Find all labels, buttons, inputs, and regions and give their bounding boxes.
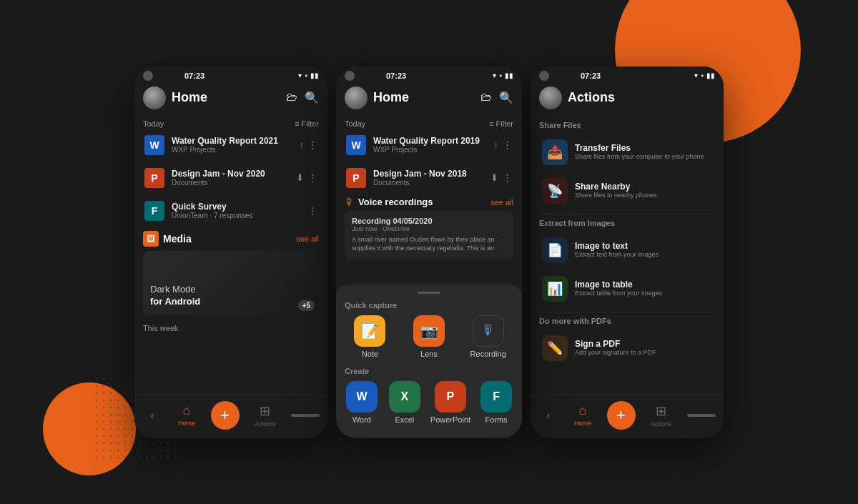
nav-pill-3 [687, 414, 716, 417]
file-item-p2-1[interactable]: W Water Quality Report 2019 WXP Projects… [342, 129, 516, 161]
filter-icon-1: ≡ [295, 119, 299, 128]
battery-icon-3: ▮▮ [706, 71, 715, 79]
recording-item[interactable]: Recording 04/05/2020 Just now · OneDrive… [345, 211, 513, 259]
time-2: 07:23 [386, 71, 406, 80]
share-nearby-item[interactable]: 📡 Share Nearby Share files to nearby pho… [538, 172, 716, 209]
sheet-item-note[interactable]: 📝 Note [345, 315, 395, 358]
header-icons-1: 🗁 🔍 [286, 91, 319, 104]
file-item-2[interactable]: P Design Jam - Nov 2020 Documents ⬇ ⋮ [140, 162, 322, 194]
actions-section: Share Files 📤 Transfer Files Share files… [531, 115, 724, 395]
quick-capture-title: Quick capture [345, 301, 513, 310]
file-item-p2-2[interactable]: P Design Jam - Nov 2018 Documents ⬇ ⋮ [342, 162, 516, 194]
avatar-3 [539, 87, 562, 109]
avatar-image-3 [539, 87, 562, 109]
spacer-1 [134, 335, 327, 395]
img-to-table-title: Image to table [575, 280, 712, 290]
action-icon-p2-1[interactable]: ↑ [494, 139, 499, 150]
recording-icon: 🎙 [473, 315, 504, 347]
media-icon: 🖼 [143, 231, 159, 247]
sheet-item-powerpoint[interactable]: P PowerPoint [430, 381, 470, 424]
nav-actions-3[interactable]: ⊞ Actions [651, 403, 672, 428]
forms-icon-1: F [144, 201, 164, 221]
wifi-icon: ▾ [298, 71, 302, 79]
signal-icon [143, 71, 153, 81]
note-label: Note [362, 350, 378, 358]
more-icon-2[interactable]: ⋮ [308, 172, 317, 183]
divider-1 [538, 214, 716, 214]
file-sub-1: WXP Projects [172, 146, 292, 154]
filter-btn-1[interactable]: ≡ Filter [295, 119, 319, 128]
sign-pdf-item[interactable]: ✏️ Sign a PDF Add your signature to a PD… [538, 330, 716, 367]
sheet-item-forms[interactable]: F Forms [479, 381, 513, 424]
battery-icon: ▮▮ [310, 71, 319, 79]
more-icon-p2-1[interactable]: ⋮ [503, 139, 512, 150]
ppt-icon-2: P [346, 168, 366, 188]
avatar-2 [345, 87, 368, 109]
divider-2 [538, 312, 716, 312]
file-sub-2: Documents [172, 179, 289, 187]
recording-text: A small river named Duden flows by their… [352, 235, 506, 253]
bottom-sheet: Quick capture 📝 Note 📷 Lens 🎙 [336, 285, 522, 438]
sheet-item-word[interactable]: W Word [345, 381, 379, 424]
word-sheet-icon: W [346, 381, 378, 412]
bottom-nav-3: ‹ ⌂ Home + ⊞ Actions [531, 395, 724, 438]
filter-btn-2[interactable]: ≡ Filter [489, 119, 513, 128]
more-icon-3[interactable]: ⋮ [308, 205, 317, 216]
add-button-1[interactable]: + [211, 401, 240, 430]
battery-icon-2: ▮▮ [505, 71, 513, 79]
nav-home-1[interactable]: ⌂ Home [178, 403, 195, 427]
file-name-3: Quick Survey [172, 202, 301, 212]
avatar-image-2 [345, 87, 368, 109]
recording-title: Recording 04/05/2020 [352, 217, 506, 225]
sign-pdf-info: Sign a PDF Add your signature to a PDF [575, 339, 712, 357]
time-1: 07:23 [184, 71, 204, 80]
folder-icon-2[interactable]: 🗁 [480, 91, 492, 104]
back-button-1[interactable]: ‹ [142, 407, 163, 424]
more-icon-p2-2[interactable]: ⋮ [503, 172, 512, 183]
actions-label-3: Actions [651, 420, 672, 428]
upload-icon-1[interactable]: ↑ [300, 139, 305, 150]
nav-home-3[interactable]: ⌂ Home [574, 403, 591, 427]
folder-icon-1[interactable]: 🗁 [286, 91, 297, 104]
more-icon-1[interactable]: ⋮ [308, 139, 317, 150]
share-nearby-icon: 📡 [542, 178, 568, 204]
back-button-3[interactable]: ‹ [538, 407, 559, 424]
file-info-p2-1: Water Quality Report 2019 WXP Projects [373, 136, 487, 154]
phones-container: 07:23 ▾ ▪ ▮▮ Home 🗁 🔍 Today ≡ Filter [134, 66, 724, 438]
quick-capture-grid: 📝 Note 📷 Lens 🎙 Recording [345, 315, 513, 358]
img-to-text-info: Image to text Extract text from your ima… [575, 241, 712, 260]
create-title: Create [345, 367, 513, 375]
home-label-1: Home [178, 420, 195, 427]
img-to-text-title: Image to text [575, 241, 712, 251]
search-icon-1[interactable]: 🔍 [305, 91, 319, 104]
status-icons-1: ▾ ▪ ▮▮ [298, 71, 319, 79]
add-button-3[interactable]: + [607, 401, 636, 430]
media-thumbnails: Dark Mode for Android +5 [143, 251, 319, 315]
image-to-table-item[interactable]: 📊 Image to table Extract table from your… [538, 270, 716, 307]
home-icon-1: ⌂ [183, 403, 191, 418]
file-item-1[interactable]: W Water Quality Report 2021 WXP Projects… [140, 129, 322, 161]
search-icon-2[interactable]: 🔍 [499, 91, 513, 104]
action-icon-p2-2[interactable]: ⬇ [490, 172, 498, 183]
nav-actions-1[interactable]: ⊞ Actions [255, 403, 276, 428]
transfer-files-item[interactable]: 📤 Transfer Files Share files from your c… [538, 134, 716, 171]
image-to-text-item[interactable]: 📄 Image to text Extract text from your i… [538, 232, 716, 269]
today-label-1: Today [143, 119, 164, 128]
excel-sheet-label: Excel [395, 415, 414, 424]
voice-see-all[interactable]: see all [490, 198, 513, 207]
file-item-3[interactable]: F Quick Survey UnionTeam · 7 responses ⋮ [140, 195, 322, 227]
file-actions-3: ⋮ [308, 205, 317, 216]
sheet-item-recording[interactable]: 🎙 Recording [463, 315, 513, 358]
save-icon-1[interactable]: ⬇ [296, 172, 304, 183]
sheet-item-excel[interactable]: X Excel [388, 381, 422, 424]
transfer-icon: 📤 [542, 139, 568, 165]
media-thumb-main[interactable]: Dark Mode for Android +5 [143, 251, 319, 315]
recording-sub: Just now · OneDrive [352, 225, 506, 232]
nav-pill-1 [291, 414, 320, 417]
sheet-item-lens[interactable]: 📷 Lens [404, 315, 455, 358]
media-see-all[interactable]: see all [296, 234, 319, 243]
status-bar-2: 07:23 ▾ ▪ ▮▮ [336, 66, 522, 82]
more-badge: +5 [298, 300, 315, 311]
status-icons-3: ▾ ▪ ▮▮ [694, 71, 715, 79]
create-grid: W Word X Excel P PowerPoint [345, 381, 513, 424]
